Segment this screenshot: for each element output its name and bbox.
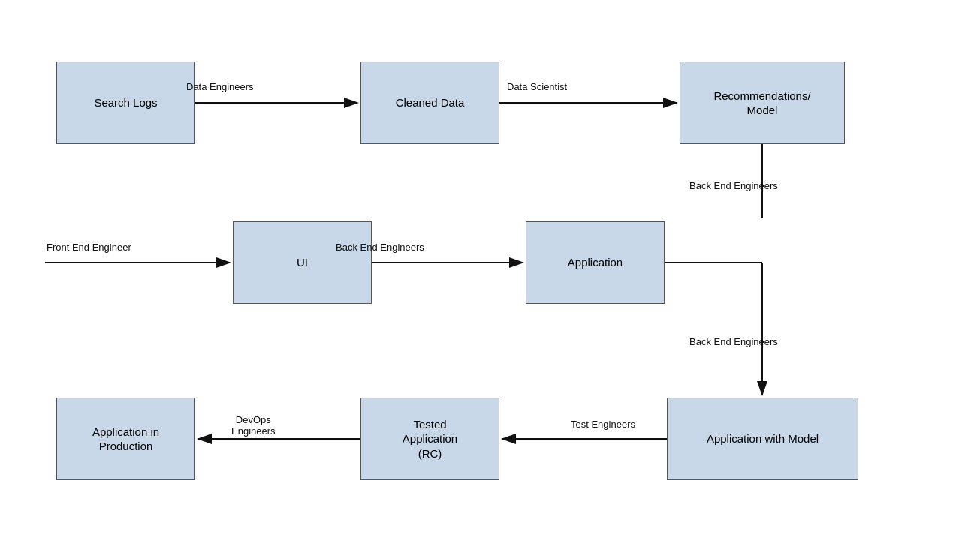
label-data-engineers: Data Engineers — [186, 81, 254, 92]
box-recommendations-model: Recommendations/Model — [680, 62, 845, 144]
box-search-logs: Search Logs — [56, 62, 195, 144]
box-cleaned-data: Cleaned Data — [360, 62, 499, 144]
label-data-scientist: Data Scientist — [507, 81, 567, 92]
box-application-with-model: Application with Model — [667, 398, 858, 480]
box-ui: UI — [233, 221, 372, 304]
box-application: Application — [526, 221, 665, 304]
label-back-end-engineers-2: Back End Engineers — [336, 242, 424, 253]
label-back-end-engineers-3: Back End Engineers — [689, 336, 778, 347]
box-application-in-production: Application inProduction — [56, 398, 195, 480]
label-back-end-engineers-1: Back End Engineers — [689, 180, 778, 191]
label-front-end-engineer: Front End Engineer — [47, 242, 131, 253]
label-devops-engineers: DevOpsEngineers — [231, 414, 276, 437]
diagram: Search Logs Cleaned Data Recommendations… — [0, 0, 980, 547]
box-tested-application: TestedApplication(RC) — [360, 398, 499, 480]
label-test-engineers: Test Engineers — [571, 419, 635, 430]
